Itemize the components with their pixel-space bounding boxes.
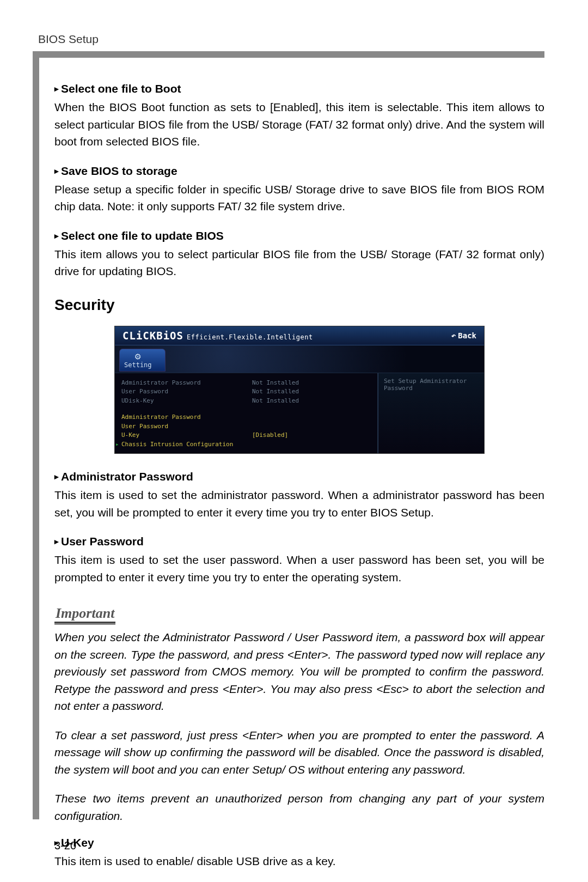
item-title: Save BIOS to storage xyxy=(54,165,544,178)
important-paragraph: When you select the Administrator Passwo… xyxy=(54,629,544,715)
bios-menu-value: [Disabled] xyxy=(252,431,288,440)
bios-tab-row: ⚙ Setting xyxy=(115,345,484,373)
item-title: User Password xyxy=(54,535,544,548)
bios-menu-label: Chassis Intrusion Configuration xyxy=(121,440,252,449)
bios-status-value: Not Installed xyxy=(252,379,299,388)
bios-status-value: Not Installed xyxy=(252,387,299,397)
item-user-password: User Password This item is used to set t… xyxy=(54,535,544,586)
bios-brand-text: CLiCKBiOS xyxy=(122,330,183,342)
bios-help-panel: Set Setup Administrator Password xyxy=(378,373,484,454)
bios-tab-label: Setting xyxy=(124,361,152,369)
item-body: Please setup a specific folder in specif… xyxy=(54,181,544,215)
bios-menu-u-key[interactable]: U-Key [Disabled] xyxy=(121,431,371,440)
section-heading-security: Security xyxy=(54,296,544,314)
item-body: This item is used to set the administrat… xyxy=(54,486,544,521)
bios-tab-setting[interactable]: ⚙ Setting xyxy=(119,349,166,372)
bios-body: Administrator Password Not Installed Use… xyxy=(115,373,484,454)
bios-status-label: UDisk-Key xyxy=(121,397,252,406)
bios-menu-label: Administrator Password xyxy=(121,413,252,422)
page-header: BIOS Setup xyxy=(38,33,544,46)
gear-icon: ⚙ xyxy=(124,351,152,361)
item-body: This item is used to enable/ disable USB… xyxy=(54,853,544,870)
item-u-key: U-Key This item is used to enable/ disab… xyxy=(54,836,544,870)
bios-menu-user-password[interactable]: User Password xyxy=(121,422,371,431)
item-select-one-file-to-update-bios: Select one file to update BIOS This item… xyxy=(54,229,544,280)
page-content: Select one file to Boot When the BIOS Bo… xyxy=(54,58,544,870)
bios-back-label: Back xyxy=(458,331,476,340)
bios-status-row: UDisk-Key Not Installed xyxy=(121,397,371,406)
header-rule xyxy=(33,51,544,58)
bios-status-row: User Password Not Installed xyxy=(121,387,371,397)
bios-menu-chassis-intrusion[interactable]: Chassis Intrusion Configuration xyxy=(121,440,371,449)
item-title: Administrator Password xyxy=(54,470,544,483)
important-label: Important xyxy=(54,605,115,623)
bios-left-panel: Administrator Password Not Installed Use… xyxy=(115,373,378,454)
bios-menu-label: U-Key xyxy=(121,431,252,440)
item-title: Select one file to Boot xyxy=(54,82,544,95)
item-body: This item is used to set the user passwo… xyxy=(54,551,544,586)
bios-screenshot: CLiCKBiOS Efficient.Flexible.Intelligent… xyxy=(114,326,485,454)
bios-status-row: Administrator Password Not Installed xyxy=(121,379,371,388)
bios-help-text: Set Setup Administrator Password xyxy=(384,378,467,392)
back-arrow-icon: ↶ xyxy=(451,331,456,340)
bios-menu-administrator-password[interactable]: Administrator Password xyxy=(121,413,371,422)
bios-brand: CLiCKBiOS Efficient.Flexible.Intelligent xyxy=(122,330,313,342)
bios-tagline: Efficient.Flexible.Intelligent xyxy=(187,333,313,341)
item-title: Select one file to update BIOS xyxy=(54,229,544,242)
item-select-one-file-to-boot: Select one file to Boot When the BIOS Bo… xyxy=(54,82,544,150)
item-administrator-password: Administrator Password This item is used… xyxy=(54,470,544,521)
bios-menu-label: User Password xyxy=(121,422,252,431)
important-paragraph: These two items prevent an unauthorized … xyxy=(54,790,544,824)
side-rule xyxy=(33,52,39,819)
item-save-bios-to-storage: Save BIOS to storage Please setup a spec… xyxy=(54,165,544,215)
item-body: This item allows you to select particula… xyxy=(54,246,544,280)
important-paragraph: To clear a set password, just press <Ent… xyxy=(54,727,544,778)
bios-status-label: User Password xyxy=(121,387,252,397)
bios-status-label: Administrator Password xyxy=(121,379,252,388)
item-title: U-Key xyxy=(54,836,544,849)
page-number: 3-20 xyxy=(54,840,76,852)
bios-back-button[interactable]: ↶ Back xyxy=(451,331,476,340)
item-body: When the BIOS Boot function as sets to [… xyxy=(54,99,544,150)
bios-titlebar: CLiCKBiOS Efficient.Flexible.Intelligent… xyxy=(115,326,484,345)
bios-status-value: Not Installed xyxy=(252,397,299,406)
